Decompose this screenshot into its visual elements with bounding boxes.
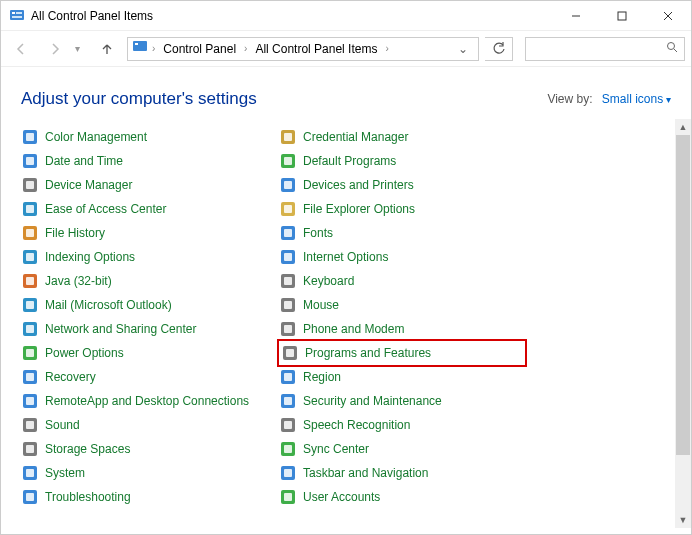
page-title: Adjust your computer's settings	[21, 89, 547, 109]
minimize-button[interactable]	[553, 1, 599, 31]
control-panel-item-indexing-options[interactable]: Indexing Options	[19, 245, 269, 269]
svg-rect-13	[26, 133, 34, 141]
taskbar-navigation-icon	[279, 464, 297, 482]
sound-icon	[21, 416, 39, 434]
file-explorer-options-icon	[279, 200, 297, 218]
scroll-track[interactable]	[675, 135, 691, 512]
control-panel-item-date-and-time[interactable]: Date and Time	[19, 149, 269, 173]
search-input[interactable]	[525, 37, 685, 61]
svg-rect-63	[286, 349, 294, 357]
scroll-down-button[interactable]: ▼	[675, 512, 691, 528]
item-label: System	[45, 466, 85, 480]
forward-button[interactable]	[41, 35, 69, 63]
control-panel-item-keyboard[interactable]: Keyboard	[277, 269, 527, 293]
control-panel-item-troubleshooting[interactable]: Troubleshooting	[19, 485, 269, 509]
svg-rect-41	[26, 469, 34, 477]
java-icon	[21, 272, 39, 290]
svg-rect-8	[133, 41, 147, 51]
control-panel-item-java[interactable]: Java (32-bit)	[19, 269, 269, 293]
view-by: View by: Small icons	[547, 92, 671, 106]
control-panel-item-recovery[interactable]: Recovery	[19, 365, 269, 389]
item-label: Speech Recognition	[303, 418, 410, 432]
control-panel-item-system[interactable]: System	[19, 461, 269, 485]
internet-options-icon	[279, 248, 297, 266]
header: Adjust your computer's settings View by:…	[1, 67, 691, 119]
control-panel-item-phone-modem[interactable]: Phone and Modem	[277, 317, 527, 341]
view-by-label: View by:	[547, 92, 592, 106]
control-panel-item-credential-manager[interactable]: Credential Manager	[277, 125, 527, 149]
refresh-button[interactable]	[485, 37, 513, 61]
svg-rect-43	[26, 493, 34, 501]
remoteapp-icon	[21, 392, 39, 410]
view-by-dropdown[interactable]: Small icons	[602, 92, 671, 106]
scrollbar[interactable]: ▲ ▼	[675, 119, 691, 528]
svg-rect-51	[284, 205, 292, 213]
control-panel-item-devices-printers[interactable]: Devices and Printers	[277, 173, 527, 197]
control-panel-item-region[interactable]: Region	[277, 365, 527, 389]
control-panel-item-network-sharing[interactable]: Network and Sharing Center	[19, 317, 269, 341]
svg-rect-67	[284, 397, 292, 405]
navbar: ▾ › Control Panel › All Control Panel It…	[1, 31, 691, 67]
svg-rect-25	[26, 277, 34, 285]
control-panel-item-file-explorer-options[interactable]: File Explorer Options	[277, 197, 527, 221]
user-accounts-icon	[279, 488, 297, 506]
svg-rect-61	[284, 325, 292, 333]
svg-rect-23	[26, 253, 34, 261]
item-label: Sound	[45, 418, 80, 432]
control-panel-item-fonts[interactable]: Fonts	[277, 221, 527, 245]
column: Color ManagementDate and TimeDevice Mana…	[19, 125, 269, 516]
mail-icon	[21, 296, 39, 314]
item-label: Troubleshooting	[45, 490, 131, 504]
back-button[interactable]	[7, 35, 35, 63]
chevron-right-icon[interactable]: ›	[242, 43, 249, 54]
recovery-icon	[21, 368, 39, 386]
file-history-icon	[21, 224, 39, 242]
svg-rect-15	[26, 157, 34, 165]
svg-rect-3	[12, 16, 22, 18]
svg-rect-45	[284, 133, 292, 141]
control-panel-item-user-accounts[interactable]: User Accounts	[277, 485, 527, 509]
svg-rect-29	[26, 325, 34, 333]
control-panel-item-speech-recognition[interactable]: Speech Recognition	[277, 413, 527, 437]
up-button[interactable]	[93, 35, 121, 63]
control-panel-item-ease-of-access[interactable]: Ease of Access Center	[19, 197, 269, 221]
maximize-button[interactable]	[599, 1, 645, 31]
control-panel-item-sync-center[interactable]: Sync Center	[277, 437, 527, 461]
svg-rect-49	[284, 181, 292, 189]
svg-rect-57	[284, 277, 292, 285]
scroll-thumb[interactable]	[676, 135, 690, 455]
programs-features-icon	[281, 344, 299, 362]
item-label: File History	[45, 226, 105, 240]
control-panel-item-file-history[interactable]: File History	[19, 221, 269, 245]
address-bar[interactable]: › Control Panel › All Control Panel Item…	[127, 37, 479, 61]
storage-spaces-icon	[21, 440, 39, 458]
chevron-right-icon[interactable]: ›	[150, 43, 157, 54]
control-panel-item-remoteapp[interactable]: RemoteApp and Desktop Connections	[19, 389, 269, 413]
control-panel-item-power-options[interactable]: Power Options	[19, 341, 269, 365]
control-panel-item-device-manager[interactable]: Device Manager	[19, 173, 269, 197]
scroll-up-button[interactable]: ▲	[675, 119, 691, 135]
svg-rect-75	[284, 493, 292, 501]
history-dropdown[interactable]: ▾	[75, 43, 87, 54]
breadcrumb-current[interactable]: All Control Panel Items	[251, 42, 381, 56]
control-panel-item-internet-options[interactable]: Internet Options	[277, 245, 527, 269]
control-panel-item-sound[interactable]: Sound	[19, 413, 269, 437]
control-panel-item-color-management[interactable]: Color Management	[19, 125, 269, 149]
speech-recognition-icon	[279, 416, 297, 434]
control-panel-item-default-programs[interactable]: Default Programs	[277, 149, 527, 173]
address-dropdown-icon[interactable]: ⌄	[452, 42, 474, 56]
control-panel-item-taskbar-navigation[interactable]: Taskbar and Navigation	[277, 461, 527, 485]
control-panel-item-mouse[interactable]: Mouse	[277, 293, 527, 317]
items-grid: Color ManagementDate and TimeDevice Mana…	[1, 119, 691, 528]
control-panel-item-security-maintenance[interactable]: Security and Maintenance	[277, 389, 527, 413]
item-label: Recovery	[45, 370, 96, 384]
breadcrumb-root[interactable]: Control Panel	[159, 42, 240, 56]
control-panel-item-programs-features[interactable]: Programs and Features	[277, 339, 527, 367]
chevron-right-icon[interactable]: ›	[383, 43, 390, 54]
control-panel-item-storage-spaces[interactable]: Storage Spaces	[19, 437, 269, 461]
control-panel-item-mail[interactable]: Mail (Microsoft Outlook)	[19, 293, 269, 317]
date-and-time-icon	[21, 152, 39, 170]
item-label: Phone and Modem	[303, 322, 404, 336]
svg-rect-27	[26, 301, 34, 309]
close-button[interactable]	[645, 1, 691, 31]
